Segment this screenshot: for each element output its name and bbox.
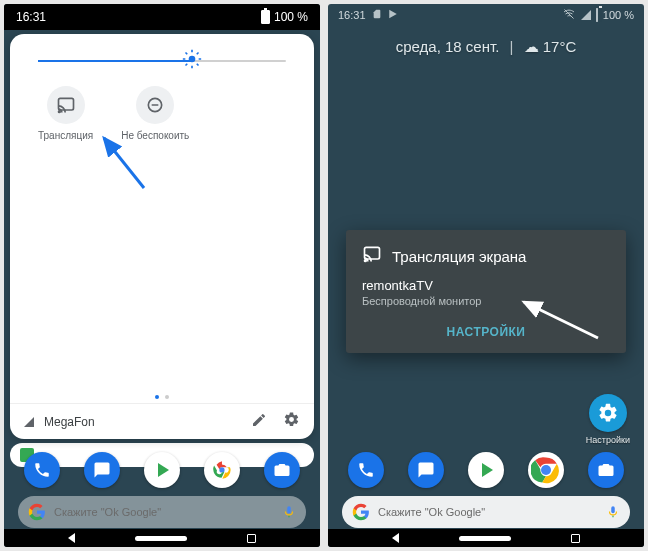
date-text: среда, 18 сент.	[396, 38, 500, 55]
mic-icon[interactable]	[282, 505, 296, 519]
cast-device-item[interactable]: remontkaTV Беспроводной монитор	[362, 278, 610, 307]
quick-settings-panel: Трансляция Не беспокоить MegaFon	[10, 34, 314, 439]
settings-shortcut[interactable]: Настройки	[586, 394, 630, 445]
shortcut-label: Настройки	[586, 435, 630, 445]
dialog-settings-button[interactable]: НАСТРОЙКИ	[362, 319, 610, 345]
dock-row	[328, 447, 644, 493]
status-time: 16:31	[16, 10, 46, 24]
page-indicator	[10, 395, 314, 399]
dialog-title: Трансляция экрана	[392, 248, 526, 265]
svg-line-4	[197, 64, 199, 66]
brightness-slider-row	[10, 34, 314, 76]
status-time: 16:31	[338, 9, 366, 21]
svg-point-10	[58, 111, 60, 113]
battery-icon	[261, 10, 270, 24]
gear-icon[interactable]	[283, 411, 300, 432]
phone-right: 16:31 100 % среда, 18 сент. | ☁ 17°C	[328, 4, 644, 547]
nav-back-icon[interactable]	[68, 533, 75, 543]
date-weather-row: среда, 18 сент. | ☁ 17°C	[328, 26, 644, 56]
svg-rect-9	[58, 98, 73, 110]
nav-recents-icon[interactable]	[571, 534, 580, 543]
qs-tiles-row: Трансляция Не беспокоить	[10, 76, 314, 141]
cast-dialog: Трансляция экрана remontkaTV Беспроводно…	[346, 230, 626, 353]
brightness-thumb-icon[interactable]	[182, 49, 202, 73]
messages-app-icon[interactable]	[408, 452, 444, 488]
sd-card-icon	[372, 8, 382, 22]
wifi-off-icon	[562, 8, 576, 22]
svg-rect-16	[365, 247, 380, 259]
google-logo-icon	[352, 503, 370, 521]
play-store-status-icon	[388, 9, 398, 21]
mic-icon[interactable]	[606, 505, 620, 519]
carrier-label: MegaFon	[44, 415, 241, 429]
svg-point-20	[541, 465, 551, 475]
chrome-app-icon[interactable]	[204, 452, 240, 488]
google-search-bar[interactable]: Скажите "Ok Google"	[18, 496, 306, 528]
google-search-bar[interactable]: Скажите "Ok Google"	[342, 496, 630, 528]
chrome-app-icon[interactable]	[528, 452, 564, 488]
nav-back-icon[interactable]	[392, 533, 399, 543]
battery-percent: 100 %	[274, 10, 308, 24]
phone-left: 16:31 100 % Трансл	[4, 4, 320, 547]
statusbar: 16:31 100 %	[328, 4, 644, 26]
gear-icon	[589, 394, 627, 432]
camera-app-icon[interactable]	[588, 452, 624, 488]
cast-icon	[47, 86, 85, 124]
messages-app-icon[interactable]	[84, 452, 120, 488]
play-store-app-icon[interactable]	[468, 452, 504, 488]
play-store-app-icon[interactable]	[144, 452, 180, 488]
qs-tile-dnd[interactable]: Не беспокоить	[121, 86, 189, 141]
svg-line-8	[197, 53, 199, 55]
device-name: remontkaTV	[362, 278, 610, 293]
signal-icon	[581, 10, 591, 20]
qs-tile-label: Трансляция	[38, 130, 93, 141]
nav-home-pill[interactable]	[459, 536, 511, 541]
svg-point-17	[365, 260, 367, 262]
edit-icon[interactable]	[251, 412, 267, 432]
cast-icon	[362, 244, 382, 268]
search-hint: Скажите "Ok Google"	[54, 506, 274, 518]
nav-home-pill[interactable]	[135, 536, 187, 541]
nav-recents-icon[interactable]	[247, 534, 256, 543]
camera-app-icon[interactable]	[264, 452, 300, 488]
brightness-slider[interactable]	[38, 60, 286, 62]
search-hint: Скажите "Ok Google"	[378, 506, 598, 518]
svg-point-0	[188, 56, 195, 63]
weather-temp: 17°C	[543, 38, 577, 55]
nav-bar	[4, 529, 320, 547]
google-logo-icon	[28, 503, 46, 521]
statusbar: 16:31 100 %	[4, 4, 320, 30]
battery-percent: 100 %	[603, 9, 634, 21]
dnd-icon	[136, 86, 174, 124]
dock-row	[4, 447, 320, 493]
phone-app-icon[interactable]	[24, 452, 60, 488]
signal-icon	[24, 417, 34, 427]
device-subtitle: Беспроводной монитор	[362, 295, 610, 307]
qs-tile-label: Не беспокоить	[121, 130, 189, 141]
battery-indicator: 100 %	[261, 10, 308, 24]
qs-footer: MegaFon	[10, 403, 314, 439]
svg-line-3	[185, 53, 187, 55]
qs-tile-cast[interactable]: Трансляция	[38, 86, 93, 141]
phone-app-icon[interactable]	[348, 452, 384, 488]
nav-bar	[328, 529, 644, 547]
svg-line-7	[185, 64, 187, 66]
weather-icon: ☁	[524, 38, 539, 55]
battery-icon	[596, 9, 598, 21]
